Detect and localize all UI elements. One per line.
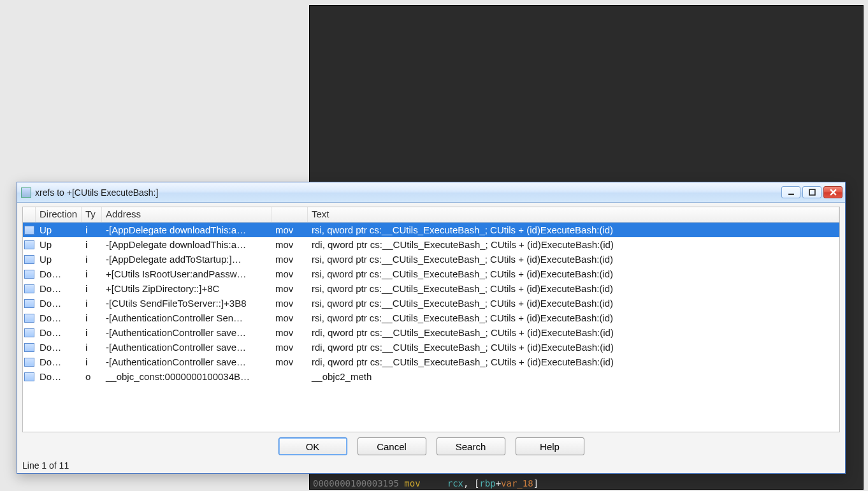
cell-type: i — [82, 312, 102, 323]
table-row[interactable]: Do…i+[CUtils IsRootUser:andPassw…movrsi,… — [23, 267, 839, 281]
col-address[interactable]: Address — [102, 207, 271, 222]
maximize-button[interactable] — [802, 186, 821, 198]
cancel-button[interactable]: Cancel — [358, 437, 426, 455]
col-type[interactable]: Ty — [82, 207, 102, 222]
dialog-title: xrefs to +[CUtils ExecuteBash:] — [35, 187, 781, 198]
cell-text: rdi, qword ptr cs:__CUtils_ExecuteBash_;… — [308, 356, 839, 367]
table-row[interactable]: Do…o__objc_const:0000000100034B…__objc2_… — [23, 369, 839, 384]
cell-type: i — [82, 254, 102, 265]
xref-icon — [24, 343, 34, 352]
cell-type: i — [82, 356, 102, 367]
cell-type: i — [82, 239, 102, 250]
cell-type: i — [82, 327, 102, 338]
cell-address: +[CUtils IsRootUser:andPassw… — [102, 268, 271, 279]
table-row[interactable]: Do…i+[CUtils ZipDirectory::]+8Cmovrsi, q… — [23, 281, 839, 296]
cell-instr: mov — [271, 298, 308, 309]
xref-icon — [24, 358, 34, 367]
cell-address: __objc_const:0000000100034B… — [102, 371, 271, 382]
table-row[interactable]: Do…i-[AuthenticationController save…movr… — [23, 355, 839, 369]
ok-button[interactable]: OK — [278, 437, 347, 455]
help-button[interactable]: Help — [516, 437, 584, 455]
cell-instr: mov — [271, 342, 308, 353]
xref-icon — [24, 240, 34, 249]
cell-instr: mov — [271, 356, 308, 367]
table-row[interactable]: Do…i-[AuthenticationController Sen…movrs… — [23, 311, 839, 325]
dialog-button-bar: OK Cancel Search Help — [17, 432, 845, 459]
cell-direction: Do… — [36, 312, 82, 323]
cell-instr: mov — [271, 254, 308, 265]
cell-address: -[AppDelegate addToStartup:]… — [102, 254, 271, 265]
col-instr[interactable] — [271, 207, 308, 222]
xref-icon — [24, 226, 34, 235]
cell-direction: Do… — [36, 268, 82, 279]
listview-body[interactable]: Upi-[AppDelegate downloadThis:a…movrsi, … — [23, 223, 839, 432]
table-row[interactable]: Do…i-[CUtils SendFileToServer::]+3B8movr… — [23, 296, 839, 311]
cell-direction: Do… — [36, 342, 82, 353]
cell-instr: mov — [271, 312, 308, 323]
cell-instr: mov — [271, 268, 308, 279]
cell-address: -[AuthenticationController save… — [102, 327, 271, 338]
cell-address: -[AuthenticationController save… — [102, 356, 271, 367]
cell-direction: Do… — [36, 283, 82, 294]
close-button[interactable] — [823, 186, 843, 198]
cell-instr: mov — [271, 327, 308, 338]
cell-address: -[CUtils SendFileToServer::]+3B8 — [102, 298, 271, 309]
xref-icon — [24, 255, 34, 264]
dialog-title-icon — [21, 187, 31, 198]
xref-icon — [24, 372, 34, 381]
cell-direction: Do… — [36, 371, 82, 382]
cell-text: rdi, qword ptr cs:__CUtils_ExecuteBash_;… — [308, 239, 839, 250]
cell-instr: mov — [271, 224, 308, 235]
xref-icon — [24, 284, 34, 293]
cell-text: rdi, qword ptr cs:__CUtils_ExecuteBash_;… — [308, 327, 839, 338]
xref-icon — [24, 270, 34, 279]
minimize-button[interactable] — [781, 186, 800, 198]
cell-address: -[AuthenticationController Sen… — [102, 312, 271, 323]
cell-type: i — [82, 298, 102, 309]
status-bar: Line 1 of 11 — [17, 459, 845, 473]
table-row[interactable]: Upi-[AppDelegate addToStartup:]…movrsi, … — [23, 252, 839, 267]
cell-text: rsi, qword ptr cs:__CUtils_ExecuteBash_;… — [308, 298, 839, 309]
table-row[interactable]: Upi-[AppDelegate downloadThis:a…movrsi, … — [23, 223, 839, 237]
cell-text: rsi, qword ptr cs:__CUtils_ExecuteBash_;… — [308, 224, 839, 235]
cell-direction: Up — [36, 239, 82, 250]
listview-header[interactable]: Direction Ty Address Text — [23, 207, 839, 223]
col-text[interactable]: Text — [308, 207, 839, 222]
cell-text: rsi, qword ptr cs:__CUtils_ExecuteBash_;… — [308, 283, 839, 294]
cell-direction: Do… — [36, 298, 82, 309]
search-button[interactable]: Search — [437, 437, 505, 455]
cell-direction: Do… — [36, 356, 82, 367]
cell-text: rdi, qword ptr cs:__CUtils_ExecuteBash_;… — [308, 342, 839, 353]
cell-type: i — [82, 342, 102, 353]
disasm-tail-line: 0000000100003195 mov rcx, [rbp+var_18] — [313, 478, 539, 488]
cell-text: rsi, qword ptr cs:__CUtils_ExecuteBash_;… — [308, 268, 839, 279]
table-row[interactable]: Upi-[AppDelegate downloadThis:a…movrdi, … — [23, 237, 839, 252]
col-direction[interactable]: Direction — [36, 207, 82, 222]
xref-icon — [24, 314, 34, 323]
cell-address: -[AuthenticationController save… — [102, 342, 271, 353]
cell-text: __objc2_meth — [308, 371, 839, 382]
cell-text: rsi, qword ptr cs:__CUtils_ExecuteBash_;… — [308, 312, 839, 323]
cell-address: -[AppDelegate downloadThis:a… — [102, 224, 271, 235]
xref-icon — [24, 299, 34, 308]
cell-instr: mov — [271, 239, 308, 250]
xrefs-listview[interactable]: Direction Ty Address Text Upi-[AppDelega… — [22, 207, 840, 432]
cell-instr: mov — [271, 283, 308, 294]
table-row[interactable]: Do…i-[AuthenticationController save…movr… — [23, 325, 839, 340]
xref-icon — [24, 328, 34, 337]
cell-direction: Up — [36, 224, 82, 235]
cell-text: rsi, qword ptr cs:__CUtils_ExecuteBash_;… — [308, 254, 839, 265]
cell-type: o — [82, 371, 102, 382]
cell-direction: Up — [36, 254, 82, 265]
svg-rect-1 — [809, 189, 815, 195]
dialog-titlebar[interactable]: xrefs to +[CUtils ExecuteBash:] — [17, 182, 845, 203]
cell-type: i — [82, 268, 102, 279]
cell-type: i — [82, 283, 102, 294]
cell-address: +[CUtils ZipDirectory::]+8C — [102, 283, 271, 294]
cell-direction: Do… — [36, 327, 82, 338]
table-row[interactable]: Do…i-[AuthenticationController save…movr… — [23, 340, 839, 355]
xrefs-dialog: xrefs to +[CUtils ExecuteBash:] Directio… — [17, 182, 846, 474]
cell-address: -[AppDelegate downloadThis:a… — [102, 239, 271, 250]
svg-rect-0 — [788, 194, 794, 195]
cell-type: i — [82, 224, 102, 235]
